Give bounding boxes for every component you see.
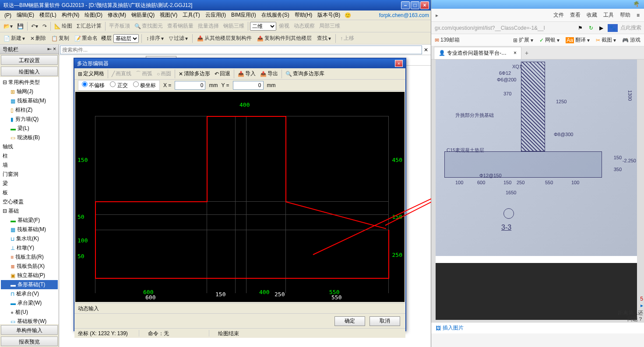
item-raft[interactable]: ▦筏板基础(M) bbox=[1, 96, 58, 105]
item-raft2[interactable]: ▦筏板基础(M) bbox=[1, 225, 58, 234]
tb-new[interactable]: 📄新建▾ bbox=[2, 34, 27, 43]
grp-axis[interactable]: 轴线 bbox=[1, 142, 58, 151]
tb-save[interactable]: 💾 bbox=[15, 22, 25, 30]
url-input[interactable]: gx.com/question/giml/list?__ClassCode=-1… bbox=[434, 24, 574, 32]
dlg-import[interactable]: 📥导入 bbox=[236, 69, 257, 78]
item-strip-found[interactable]: ▬条形基础(T) bbox=[1, 280, 58, 289]
nav-draw-input[interactable]: 绘图输入 bbox=[1, 67, 58, 76]
item-found-strip[interactable]: ▭基础板带(W) bbox=[1, 317, 58, 324]
dlg-circle[interactable]: ○ 画圆 bbox=[155, 69, 173, 78]
item-raft-main[interactable]: ≡筏板主筋(R) bbox=[1, 252, 58, 262]
tb-rename[interactable]: 📝重命名 bbox=[73, 34, 99, 43]
dlg-define-grid[interactable]: ⊞ 定义网格 bbox=[76, 69, 106, 78]
menu-floor[interactable]: 楼层(L) bbox=[37, 11, 59, 20]
fav-ext[interactable]: ⊞扩展▾ bbox=[513, 36, 533, 44]
item-shearwall[interactable]: ▮剪力墙(Q) bbox=[1, 115, 58, 124]
menu-bim[interactable]: BIM应用(I) bbox=[229, 11, 259, 20]
tb-copy-to[interactable]: 📤复制构件到其他楼层 bbox=[255, 34, 313, 43]
item-fbeam[interactable]: ▬基础梁(F) bbox=[1, 216, 58, 225]
new-tab-button[interactable]: + bbox=[521, 48, 532, 58]
tb-delete[interactable]: ✕ 删除 bbox=[28, 34, 48, 43]
addr-refresh-icon[interactable]: ↻ bbox=[587, 24, 595, 32]
tb-find-elem[interactable]: 🔍查找图元 bbox=[133, 21, 165, 31]
menu-tool[interactable]: 工具(T) bbox=[180, 11, 202, 20]
menu-help[interactable]: 帮助(H) bbox=[292, 11, 315, 20]
item-raft-neg[interactable]: ≣筏板负筋(X) bbox=[1, 262, 58, 271]
fav-shot[interactable]: ✂截图▾ bbox=[596, 36, 616, 44]
browser-tab-active[interactable]: 👤 专业造价问题答疑平台-广联达 × bbox=[434, 47, 521, 59]
fav-mail[interactable]: ✉139邮箱 bbox=[435, 36, 460, 44]
nav-single-input[interactable]: 单构件输入 bbox=[1, 325, 58, 335]
search-engine-icon[interactable]: 🐾 bbox=[608, 24, 618, 32]
menu-rebar[interactable]: 钢筋量(Q) bbox=[129, 11, 157, 20]
tb-local-3d[interactable]: 局部三维 bbox=[317, 21, 342, 31]
dlg-close-button[interactable]: × bbox=[395, 60, 403, 67]
br-tool[interactable]: 工具 bbox=[603, 11, 614, 19]
tb-open[interactable]: 📂▾ bbox=[2, 22, 14, 30]
tb-move-up[interactable]: ↑上移 bbox=[338, 34, 356, 43]
tb-slab-top[interactable]: 平齐板顶 bbox=[107, 21, 132, 31]
insert-image-link[interactable]: 🖼 插入图片 bbox=[431, 322, 644, 333]
tb-sort[interactable]: ↕排序▾ bbox=[144, 34, 165, 43]
dlg-export[interactable]: 📤导出 bbox=[258, 69, 280, 78]
item-pile[interactable]: ●桩(U) bbox=[1, 308, 58, 317]
drawing-canvas[interactable]: 400 150 50 100 50 450 150 250 600 600 15… bbox=[75, 92, 405, 302]
tb-batch-sel[interactable]: 批量选择 bbox=[196, 21, 221, 31]
search-clear[interactable]: ✕ bbox=[422, 47, 430, 53]
tb-copy-from[interactable]: 📥从其他楼层复制构件 bbox=[195, 34, 253, 43]
menu-version[interactable]: 版本号(B) bbox=[315, 11, 343, 20]
menu-cloud[interactable]: 云应用(I) bbox=[203, 11, 229, 20]
radio-ortho[interactable]: 正交 bbox=[110, 81, 127, 89]
dlg-clear[interactable]: ✕ 清除多边形 bbox=[177, 69, 212, 78]
grp-beam[interactable]: 梁 bbox=[1, 179, 58, 188]
radio-polar[interactable]: 极坐标 bbox=[133, 81, 156, 89]
component-search[interactable] bbox=[60, 46, 422, 54]
tb-copy[interactable]: 📋复制 bbox=[49, 34, 71, 43]
br-menu-expand[interactable]: ≡ bbox=[637, 12, 640, 18]
grp-door[interactable]: 门窗洞 bbox=[1, 170, 58, 179]
dlg-back[interactable]: ↶ 回退 bbox=[213, 69, 232, 78]
menu-edit[interactable]: 编辑(E) bbox=[14, 11, 37, 20]
menu-view[interactable]: 视图(V) bbox=[157, 11, 180, 20]
item-pile-cap[interactable]: ⊓桩承台(V) bbox=[1, 289, 58, 298]
item-slab[interactable]: ▭现浇板(B) bbox=[1, 133, 58, 142]
cancel-button[interactable]: 取消 bbox=[370, 316, 400, 326]
menu-p[interactable]: (P) bbox=[2, 11, 14, 19]
item-grid[interactable]: ⊞轴网(J) bbox=[1, 87, 58, 96]
tb-draw[interactable]: 📐绘图 bbox=[53, 21, 74, 31]
grp-col[interactable]: 柱 bbox=[1, 151, 58, 161]
fav-game[interactable]: 🎮游戏 bbox=[622, 36, 640, 44]
br-help[interactable]: 帮助 bbox=[620, 11, 630, 19]
menu-draw[interactable]: 绘图(D) bbox=[82, 11, 105, 20]
grp-wall[interactable]: 墙 bbox=[1, 161, 58, 170]
tb-sum[interactable]: Σ 汇总计算 bbox=[75, 21, 103, 31]
tb-orbit[interactable]: 动态观察 bbox=[292, 21, 317, 31]
fav-trans[interactable]: Aa翻译▾ bbox=[566, 36, 590, 44]
item-pier[interactable]: ⊥柱墩(Y) bbox=[1, 243, 58, 252]
minimize-button[interactable]: – bbox=[401, 1, 410, 9]
item-sump[interactable]: ⊔集水坑(K) bbox=[1, 234, 58, 243]
br-fav[interactable]: 收藏 bbox=[587, 11, 597, 19]
tb-find[interactable]: 查找▾ bbox=[315, 34, 333, 43]
tb-floor-select[interactable]: 基础层 bbox=[113, 34, 139, 43]
maximize-button[interactable]: □ bbox=[411, 1, 419, 9]
tb-top-view[interactable]: 俯视 bbox=[277, 21, 291, 31]
br-file[interactable]: 文件 bbox=[553, 11, 564, 19]
item-beam[interactable]: ▬梁(L) bbox=[1, 124, 58, 133]
tb-undo[interactable]: ↶▾ bbox=[29, 22, 40, 30]
br-view[interactable]: 查看 bbox=[570, 11, 581, 19]
menu-online[interactable]: 在线服务(S) bbox=[259, 11, 292, 20]
dlg-query[interactable]: 🔍查询多边形库 bbox=[284, 69, 326, 78]
search-box[interactable]: 点此搜索 bbox=[620, 24, 641, 32]
grp-foundation[interactable]: ⊟ 基础 bbox=[1, 207, 58, 216]
fav-bank[interactable]: ✓网银▾ bbox=[539, 36, 560, 44]
dlg-arc[interactable]: ⌒ 画弧 bbox=[134, 69, 154, 78]
grp-hollow[interactable]: 空心楼盖 bbox=[1, 197, 58, 207]
addr-go-icon[interactable]: ▶ bbox=[598, 24, 605, 32]
grp-common[interactable]: ⊟ 常用构件类型 bbox=[1, 78, 58, 87]
dlg-titlebar[interactable]: 多边形编辑器 × bbox=[74, 59, 405, 68]
item-framecol[interactable]: ▯框柱(Z) bbox=[1, 105, 58, 115]
nav-report[interactable]: 报表预览 bbox=[1, 336, 58, 346]
menu-modify[interactable]: 修改(M) bbox=[105, 11, 129, 20]
y-input[interactable] bbox=[233, 81, 264, 90]
